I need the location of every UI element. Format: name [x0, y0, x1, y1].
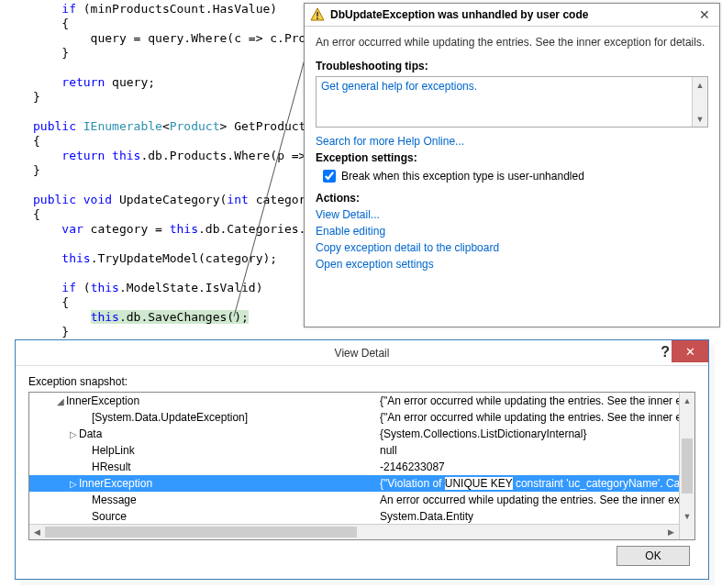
tree-value-cell: {"An error occurred while updating the e…	[380, 411, 679, 424]
snapshot-label: Exception snapshot:	[28, 375, 695, 388]
break-checkbox[interactable]	[323, 170, 336, 183]
dialog-title: View Detail	[335, 347, 390, 360]
warning-icon	[310, 7, 325, 22]
code-line: return this.db.Products.Where(p => p.Cat	[33, 149, 349, 162]
tip-link[interactable]: Get general help for exceptions.	[321, 80, 703, 93]
view-detail-dialog: View Detail ? ✕ Exception snapshot: ◢Inn…	[15, 339, 709, 580]
scroll-left-icon[interactable]: ◀	[29, 525, 45, 539]
dialog-titlebar[interactable]: View Detail ? ✕	[16, 340, 708, 366]
code-line: {	[33, 207, 40, 221]
code-line: {	[33, 295, 69, 309]
tree-row[interactable]: MessageAn error occurred while updating …	[29, 492, 679, 508]
scroll-thumb[interactable]	[682, 438, 693, 494]
tree-name-cell: ▷Data	[29, 427, 380, 440]
property-name: Message	[92, 494, 137, 506]
code-line: public void UpdateCategory(int categoryI…	[33, 193, 335, 206]
expand-icon[interactable]: ◢	[55, 396, 66, 406]
code-line: if (minProductsCount.HasValue)	[33, 2, 277, 16]
tree-name-cell: ◢InnerException	[29, 394, 380, 407]
code-line: }	[33, 163, 40, 177]
property-name: InnerException	[66, 394, 139, 407]
exception-tree[interactable]: ◢InnerException{"An error occurred while…	[28, 392, 695, 540]
code-line	[33, 266, 40, 280]
scroll-thumb[interactable]	[45, 527, 357, 538]
property-name: HelpLink	[92, 444, 135, 457]
expand-icon[interactable]: ▷	[68, 429, 79, 439]
tree-value-cell: System.Data.Entity	[380, 510, 679, 523]
tree-value-cell: {"An error occurred while updating the e…	[380, 394, 679, 407]
code-line	[33, 61, 40, 74]
tree-name-cell: Source	[29, 510, 380, 523]
tree-value-cell: {"Violation of UNIQUE KEY constraint 'uc…	[380, 477, 679, 490]
break-checkbox-row[interactable]: Break when this exception type is user-u…	[316, 168, 708, 188]
tips-listbox[interactable]: Get general help for exceptions. ▲▼	[316, 76, 708, 128]
svg-rect-2	[317, 12, 318, 17]
code-line: {	[33, 134, 40, 148]
tips-scrollbar[interactable]: ▲▼	[692, 77, 707, 127]
close-icon[interactable]: ✕	[695, 7, 714, 22]
tree-name-cell: Message	[29, 494, 380, 506]
tree-name-cell: [System.Data.UpdateException]	[29, 411, 380, 424]
expand-icon[interactable]: ▷	[68, 479, 79, 489]
tree-row[interactable]: SourceSystem.Data.Entity	[29, 508, 679, 524]
property-name: HResult	[92, 460, 131, 473]
break-checkbox-label: Break when this exception type is user-u…	[341, 170, 584, 183]
property-name: Data	[79, 427, 102, 440]
help-icon[interactable]: ?	[661, 344, 670, 361]
selected-text: UNIQUE KEY	[445, 477, 513, 490]
code-line: {	[33, 17, 69, 30]
tree-name-cell: HResult	[29, 460, 380, 473]
tips-heading: Troubleshooting tips:	[316, 60, 708, 72]
property-name: Source	[92, 510, 127, 523]
scroll-up-icon[interactable]: ▲	[680, 393, 694, 408]
tree-horizontal-scrollbar[interactable]: ◀▶	[29, 524, 679, 539]
dialog-close-button[interactable]: ✕	[672, 340, 708, 362]
tree-row[interactable]: HelpLinknull	[29, 442, 679, 459]
tree-value-cell: null	[380, 444, 679, 457]
code-line: }	[33, 325, 69, 338]
property-name: [System.Data.UpdateException]	[92, 411, 248, 424]
enable-editing-link[interactable]: Enable editing	[316, 225, 708, 238]
code-line: this.db.SaveChanges();	[33, 310, 249, 324]
view-detail-link[interactable]: View Detail...	[316, 208, 708, 221]
scroll-up-icon[interactable]: ▲	[693, 77, 707, 93]
tree-row[interactable]: ◢InnerException{"An error occurred while…	[29, 393, 679, 409]
search-online-link[interactable]: Search for more Help Online...	[316, 135, 708, 148]
code-line: }	[33, 46, 69, 60]
property-name: InnerException	[79, 477, 152, 490]
tree-row[interactable]: HResult-2146233087	[29, 459, 679, 475]
exception-message: An error occurred while updating the ent…	[316, 32, 708, 56]
tree-row[interactable]: [System.Data.UpdateException]{"An error …	[29, 409, 679, 426]
ok-button[interactable]: OK	[616, 546, 690, 566]
code-line	[33, 178, 40, 192]
tree-name-cell: ▷InnerException	[29, 477, 380, 490]
code-line	[33, 237, 40, 250]
tree-value-cell: An error occurred while updating the ent…	[380, 494, 679, 506]
tree-row[interactable]: ▷Data{System.Collections.ListDictionaryI…	[29, 426, 679, 442]
highlighted-statement: this.db.SaveChanges();	[91, 310, 249, 324]
tree-value-cell: {System.Collections.ListDictionaryIntern…	[380, 427, 679, 440]
code-line: this.TryUpdateModel(category);	[33, 251, 277, 265]
settings-heading: Exception settings:	[316, 151, 708, 164]
scroll-down-icon[interactable]: ▼	[680, 508, 694, 524]
actions-heading: Actions:	[316, 192, 708, 205]
code-line	[33, 105, 40, 118]
popup-title: DbUpdateException was unhandled by user …	[330, 8, 695, 21]
code-line: return query;	[33, 75, 155, 89]
open-settings-link[interactable]: Open exception settings	[316, 258, 708, 271]
exception-popup: DbUpdateException was unhandled by user …	[304, 3, 720, 327]
tree-name-cell: HelpLink	[29, 444, 380, 457]
tree-vertical-scrollbar[interactable]: ▲▼	[679, 393, 694, 539]
tree-row[interactable]: ▷InnerException{"Violation of UNIQUE KEY…	[29, 475, 679, 492]
tree-value-cell: -2146233087	[380, 460, 679, 473]
code-line: }	[33, 90, 40, 104]
scroll-right-icon[interactable]: ▶	[663, 525, 679, 539]
popup-header: DbUpdateException was unhandled by user …	[305, 4, 719, 27]
code-line: if (this.ModelState.IsValid)	[33, 281, 262, 294]
scroll-down-icon[interactable]: ▼	[693, 111, 707, 127]
svg-rect-3	[317, 17, 318, 19]
copy-detail-link[interactable]: Copy exception detail to the clipboard	[316, 241, 708, 254]
